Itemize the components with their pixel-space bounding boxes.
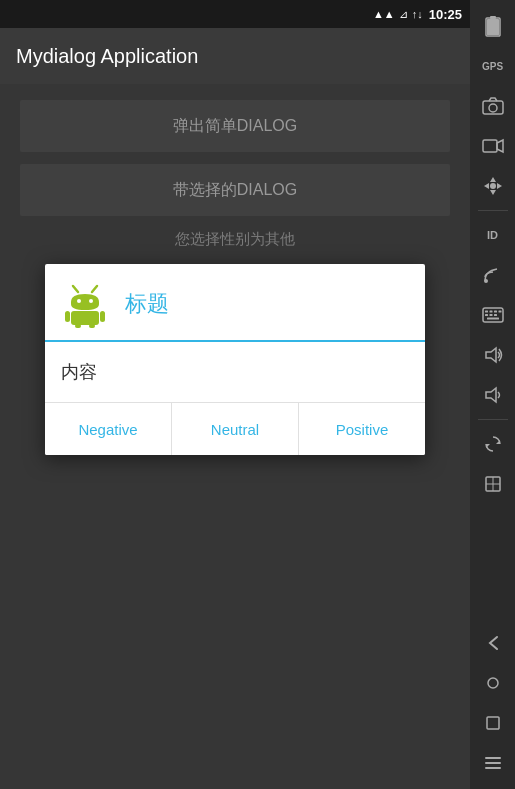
- network-icon: ↑↓: [412, 8, 423, 20]
- sidebar-divider-1: [478, 210, 508, 211]
- svg-marker-18: [484, 183, 489, 189]
- volume-up-icon[interactable]: [475, 337, 511, 373]
- dialog-header: 标题: [45, 264, 425, 342]
- rss-icon[interactable]: [475, 257, 511, 293]
- dpad-icon[interactable]: [475, 168, 511, 204]
- svg-line-1: [92, 286, 97, 292]
- signal-icon: ▲▲: [373, 8, 395, 20]
- svg-line-0: [73, 286, 78, 292]
- svg-marker-17: [490, 190, 496, 195]
- svg-marker-32: [486, 388, 496, 402]
- rotate-icon[interactable]: [475, 426, 511, 462]
- svg-rect-28: [494, 314, 497, 316]
- svg-marker-16: [490, 177, 496, 182]
- positive-button[interactable]: Positive: [299, 403, 425, 455]
- status-icons: ▲▲ ⊿ ↑↓: [373, 8, 423, 21]
- home-nav-icon[interactable]: [475, 665, 511, 701]
- svg-point-20: [490, 183, 496, 189]
- app-title: Mydialog Application: [16, 45, 198, 68]
- camera-icon[interactable]: [475, 88, 511, 124]
- svg-rect-39: [487, 717, 499, 729]
- id-icon[interactable]: ID: [475, 217, 511, 253]
- svg-rect-27: [489, 314, 492, 316]
- svg-rect-26: [485, 314, 488, 316]
- battery-icon[interactable]: [475, 8, 511, 44]
- svg-rect-40: [485, 757, 501, 759]
- negative-button[interactable]: Negative: [45, 403, 172, 455]
- right-sidebar: GPS ID: [470, 0, 515, 789]
- svg-rect-24: [489, 311, 492, 313]
- keyboard-icon[interactable]: [475, 297, 511, 333]
- svg-marker-19: [497, 183, 502, 189]
- svg-rect-4: [71, 311, 99, 325]
- dialog-buttons: Negative Neutral Positive: [45, 402, 425, 455]
- recent-nav-icon[interactable]: [475, 705, 511, 741]
- status-bar: ▲▲ ⊿ ↑↓ 10:25: [0, 0, 470, 28]
- scale-icon[interactable]: [475, 466, 511, 502]
- android-logo-icon: [61, 280, 109, 328]
- svg-rect-10: [490, 16, 496, 19]
- svg-rect-41: [485, 762, 501, 764]
- dialog-overlay: 标题 内容 Negative Neutral Positive: [0, 84, 470, 789]
- svg-rect-25: [494, 311, 497, 313]
- svg-point-21: [484, 279, 488, 283]
- svg-rect-6: [100, 311, 105, 322]
- dialog-body: 内容: [45, 342, 425, 402]
- svg-marker-15: [497, 140, 503, 152]
- app-bar: Mydialog Application: [0, 28, 470, 84]
- svg-rect-8: [89, 324, 95, 328]
- svg-marker-31: [486, 348, 496, 362]
- svg-rect-38: [488, 678, 498, 688]
- dialog-title: 标题: [125, 289, 169, 319]
- sidebar-divider-2: [478, 419, 508, 420]
- svg-rect-14: [483, 140, 497, 152]
- svg-rect-30: [487, 318, 499, 320]
- dialog-content: 内容: [61, 360, 97, 384]
- back-nav-icon[interactable]: [475, 625, 511, 661]
- svg-point-13: [489, 104, 497, 112]
- wifi-icon: ⊿: [399, 8, 408, 21]
- menu-nav-icon[interactable]: [475, 745, 511, 781]
- svg-rect-29: [498, 311, 501, 313]
- neutral-button[interactable]: Neutral: [172, 403, 299, 455]
- svg-rect-42: [485, 767, 501, 769]
- volume-down-icon[interactable]: [475, 377, 511, 413]
- svg-rect-7: [75, 324, 81, 328]
- svg-point-2: [77, 299, 81, 303]
- svg-point-3: [89, 299, 93, 303]
- status-time: 10:25: [429, 7, 462, 22]
- gps-icon[interactable]: GPS: [475, 48, 511, 84]
- svg-rect-23: [485, 311, 488, 313]
- svg-marker-34: [486, 444, 490, 448]
- dialog: 标题 内容 Negative Neutral Positive: [45, 264, 425, 455]
- svg-rect-11: [487, 19, 499, 35]
- video-icon[interactable]: [475, 128, 511, 164]
- svg-rect-5: [65, 311, 70, 322]
- svg-marker-33: [496, 440, 500, 444]
